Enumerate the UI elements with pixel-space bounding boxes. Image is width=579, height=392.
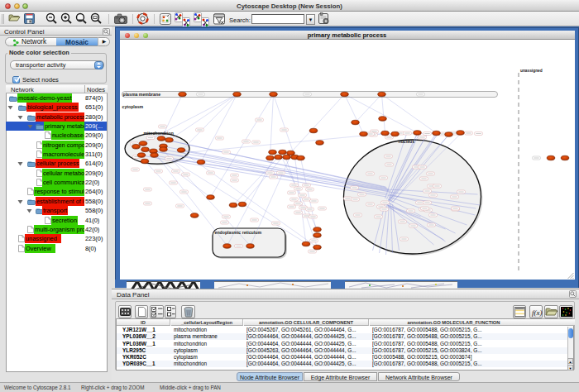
svg-text:plasma membrane: plasma membrane	[122, 92, 160, 97]
svg-text:Search:: Search:	[229, 17, 251, 24]
svg-text:f(x): f(x)	[532, 308, 543, 317]
svg-text:unassigned: unassigned	[520, 69, 543, 73]
svg-text:cytoplasm: cytoplasm	[122, 104, 143, 109]
svg-text:nucleus: nucleus	[398, 139, 414, 144]
svg-text:mitochondrion: mitochondrion	[143, 131, 173, 136]
svg-text:endoplasmic reticulum: endoplasmic reticulum	[214, 230, 261, 235]
